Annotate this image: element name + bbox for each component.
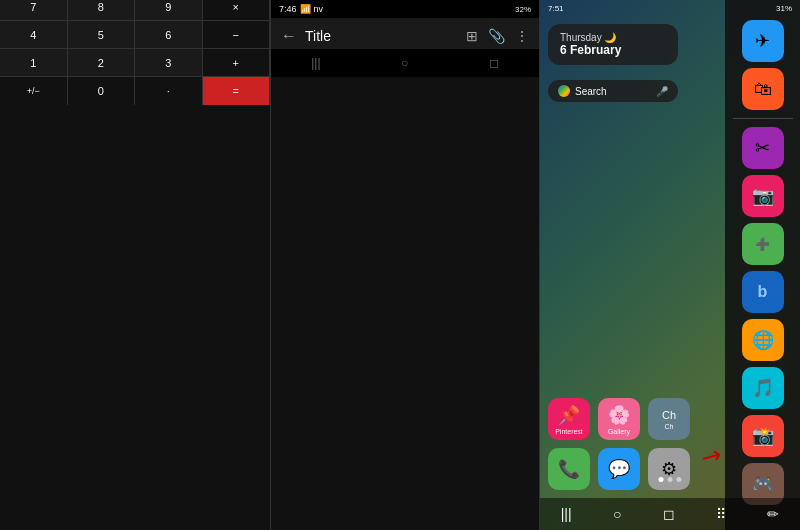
edge-shop[interactable]: 🛍 [742, 68, 784, 110]
dot-3 [677, 477, 682, 482]
status-right-2: 32% [515, 5, 531, 14]
four-key[interactable]: 4 [0, 21, 68, 48]
messages-icon: 💬 [608, 458, 630, 480]
more-icon-2[interactable]: ⋮ [515, 28, 529, 44]
one-key[interactable]: 1 [0, 49, 68, 76]
keyboard-row-5: +/− 0 · = [0, 77, 270, 105]
nav-back-3[interactable]: ||| [561, 506, 572, 522]
six-key[interactable]: 6 [135, 21, 203, 48]
day-label: Thursday 🌙 [560, 32, 666, 43]
plus-key[interactable]: + [203, 49, 271, 76]
ch-icon: Ch [662, 409, 676, 421]
search-widget[interactable]: Search 🎤 [548, 80, 678, 102]
dot-key[interactable]: · [135, 77, 203, 105]
dot-2 [668, 477, 673, 482]
phone-app[interactable]: 📞 [548, 448, 590, 490]
edge-telegram[interactable]: ✈ [742, 20, 784, 62]
nav-recent-2[interactable]: ◻ [489, 56, 499, 70]
battery-3: 31% [776, 4, 792, 12]
status-bar-3: 7:51 31% [540, 0, 800, 16]
time-3: 7:51 [548, 4, 564, 12]
attach-icon-2[interactable]: 📎 [488, 28, 505, 44]
keyboard-row-2: 7 8 9 × [0, 0, 270, 21]
edge-blue-b[interactable]: b [742, 271, 784, 313]
zero-key[interactable]: 0 [68, 77, 136, 105]
multiply-key[interactable]: × [203, 0, 271, 20]
nav-edit-3[interactable]: ✏ [767, 506, 779, 522]
keyboard-1: 🕐 ⌨ ⌫ C () % ÷ 7 8 9 × 4 5 6 [0, 0, 270, 77]
nine-key[interactable]: 9 [135, 0, 203, 20]
page-title-2: Title [305, 28, 458, 44]
edge-bixby[interactable]: ✂ [742, 127, 784, 169]
gallery-label: Gallery [608, 428, 630, 435]
mic-icon[interactable]: 🎤 [656, 86, 668, 97]
minus-key[interactable]: − [203, 21, 271, 48]
pinterest-label: Pinterest [555, 428, 583, 435]
pinterest-app[interactable]: 📌 Pinterest [548, 398, 590, 440]
keyboard-row-3: 4 5 6 − [0, 21, 270, 49]
home-nav: ||| ○ ◻ ⠿ ✏ [540, 498, 800, 530]
pinterest-icon: 📌 [558, 404, 580, 426]
nav-back-2[interactable]: ||| [311, 56, 320, 70]
signal-icon-2: 📶 [300, 4, 311, 14]
home-screen: 7:51 31% Thursday 🌙 6 February Search 🎤 … [540, 0, 800, 530]
two-key[interactable]: 2 [68, 49, 136, 76]
settings-app[interactable]: ⚙ [648, 448, 690, 490]
status-left-2: 7:46 📶 nv [279, 4, 323, 14]
five-key[interactable]: 5 [68, 21, 136, 48]
messages-app[interactable]: 💬 [598, 448, 640, 490]
status-bar-2: 7:46 📶 nv 32% [271, 0, 539, 18]
edge-panel: ✈ 🛍 ✂ 📷 ➕ b 🌐 🎵 📸 🎮 [725, 0, 800, 530]
negate-key[interactable]: +/− [0, 77, 68, 105]
date-widget: Thursday 🌙 6 February [548, 24, 678, 65]
phone-3: 7:51 31% Thursday 🌙 6 February Search 🎤 … [540, 0, 800, 530]
edge-camera[interactable]: 📸 [742, 415, 784, 457]
search-label: Search [575, 86, 607, 97]
phone-icon: 📞 [558, 458, 580, 480]
grid-icon-2[interactable]: ⊞ [466, 28, 478, 44]
time-2: 7:46 [279, 4, 297, 14]
date-label: 6 February [560, 43, 666, 57]
nav-home-3[interactable]: ○ [613, 506, 621, 522]
page-dots [659, 477, 682, 482]
google-icon [558, 85, 570, 97]
nav-recent-3[interactable]: ◻ [663, 506, 675, 522]
ch-app[interactable]: Ch Ch [648, 398, 690, 440]
equals-key[interactable]: = [203, 77, 271, 105]
eight-key[interactable]: 8 [68, 0, 136, 20]
three-key[interactable]: 3 [135, 49, 203, 76]
phone-2: 7:46 📶 nv 32% ← Title ⊞ 📎 ⋮ 3+5×6÷8 Add … [270, 0, 540, 530]
dot-1 [659, 477, 664, 482]
edge-music[interactable]: 🎵 [742, 367, 784, 409]
gallery-app[interactable]: 🌸 Gallery [598, 398, 640, 440]
nav-apps-3[interactable]: ⠿ [716, 506, 726, 522]
edge-divider [733, 118, 793, 119]
nav-bar-2: ||| ○ ◻ [271, 49, 539, 77]
keyboard-row-4: 1 2 3 + [0, 49, 270, 77]
edge-add[interactable]: ➕ [742, 223, 784, 265]
gallery-icon: 🌸 [608, 404, 630, 426]
edge-chrome[interactable]: 🌐 [742, 319, 784, 361]
ch-label: Ch [665, 423, 674, 430]
signal-label-2: nv [314, 4, 324, 14]
nav-home-2[interactable]: ○ [401, 56, 408, 70]
top-icons-2: ⊞ 📎 ⋮ [466, 28, 529, 44]
back-button-2[interactable]: ← [281, 27, 297, 45]
phone-1: 7:46 📶 nv 32% ← Title ⊞ 📎 ⋮ 3+5×6÷8 ✏ ☑ … [0, 0, 270, 530]
edge-instagram[interactable]: 📷 [742, 175, 784, 217]
battery-2: 32% [515, 5, 531, 14]
seven-key[interactable]: 7 [0, 0, 68, 20]
